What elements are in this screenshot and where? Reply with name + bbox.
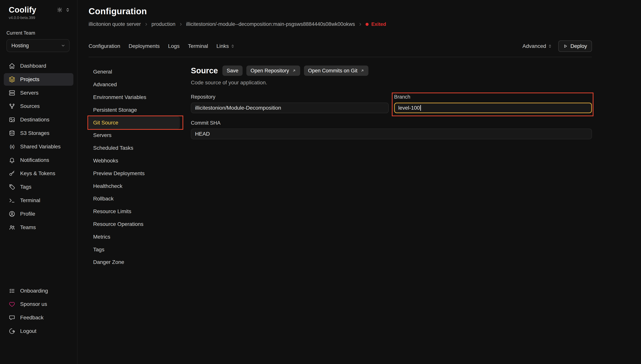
subnav-item-rollback[interactable]: Rollback [89,192,180,205]
sidebar-item-label: Projects [20,76,39,82]
variable-icon: (x) [9,144,15,149]
sidebar-item-dashboard[interactable]: Dashboard [4,60,73,72]
breadcrumb: illicitonion quote server production ill… [89,21,592,27]
destination-icon [9,116,15,123]
tab-terminal[interactable]: Terminal [188,43,208,49]
sidebar-item-label: Servers [20,90,39,96]
subnav-item-scheduled-tasks[interactable]: Scheduled Tasks [89,142,180,154]
sidebar-item-label: Logout [20,328,37,334]
open-commits-label: Open Commits on Git [308,68,358,74]
open-commits-button[interactable]: Open Commits on Git [304,66,369,76]
subnav-item-advanced[interactable]: Advanced [89,78,180,91]
open-repository-button[interactable]: Open Repository [246,66,300,76]
sidebar-item-onboarding[interactable]: Onboarding [4,284,73,297]
sidebar-item-label: Profile [20,211,35,217]
subnav-item-healthcheck[interactable]: Healthcheck [89,180,180,192]
sidebar-item-label: Terminal [20,198,40,204]
branch-field: Branch level-100 [394,94,592,113]
status-text: Exited [371,21,386,27]
sidebar-item-logout[interactable]: Logout [4,325,73,338]
sidebar-item-projects[interactable]: Projects [4,73,73,86]
bell-icon [9,157,15,164]
sidebar-nav: Dashboard Projects Servers Sources Desti… [0,60,77,284]
subnav-item-metrics[interactable]: Metrics [89,230,180,243]
chevron-down-icon [61,43,65,48]
sidebar-item-label: Tags [20,184,31,190]
external-link-icon [292,69,296,72]
commit-sha-input[interactable] [191,128,592,139]
sidebar-item-profile[interactable]: Profile [4,208,73,220]
subnav-item-resource-operations[interactable]: Resource Operations [89,218,180,231]
chevrons-up-down-icon [230,44,235,48]
git-fork-icon [9,103,15,110]
repository-label: Repository [191,94,389,100]
sidebar-item-teams[interactable]: Teams [4,221,73,234]
tab-logs[interactable]: Logs [168,43,180,49]
subnav-item-webhooks[interactable]: Webhooks [89,154,180,167]
subnav-item-persistent-storage[interactable]: Persistent Storage [89,104,180,116]
breadcrumb-project[interactable]: illicitonion quote server [89,21,141,27]
status-dot-icon [366,23,369,26]
subnav-item-git-source[interactable]: Git Source [89,116,180,129]
sidebar-item-label: S3 Storages [20,130,50,136]
subnav-item-general[interactable]: General [89,66,180,78]
sidebar-item-s3-storages[interactable]: S3 Storages [4,127,73,140]
sidebar-footer: Onboarding Sponsor us Feedback Logout [0,284,77,364]
external-link-icon [360,69,364,72]
sidebar-header: Coolify v4.0.0-beta.399 [0,0,77,20]
subnav-item-label: Git Source [93,120,118,126]
sidebar-item-shared-variables[interactable]: (x) Shared Variables [4,140,73,153]
subnav-item-danger-zone[interactable]: Danger Zone [89,256,180,269]
text-caret [420,105,421,111]
sidebar-item-tags[interactable]: Tags [4,181,73,193]
sidebar-item-notifications[interactable]: Notifications [4,154,73,166]
advanced-label: Advanced [522,43,546,49]
deploy-button[interactable]: Deploy [558,40,592,52]
sidebar-item-label: Destinations [20,117,50,123]
subnav-item-servers[interactable]: Servers [89,129,180,142]
theme-sun-icon[interactable] [57,7,62,12]
branch-label: Branch [394,94,592,100]
advanced-menu[interactable]: Advanced [522,43,552,49]
config-subnav: General Advanced Environment Variables P… [89,66,180,269]
users-icon [9,224,15,231]
team-select-value: Hosting [12,43,29,49]
server-icon [9,90,15,96]
breadcrumb-application[interactable]: illicitestonion/-module--decomposition:m… [186,21,355,27]
open-repository-label: Open Repository [251,68,289,74]
source-form: Repository Branch level-100 [191,94,592,139]
tab-links[interactable]: Links [217,43,235,49]
chevrons-up-down-icon[interactable] [65,7,70,12]
branch-input[interactable]: level-100 [394,102,592,113]
subnav-item-environment-variables[interactable]: Environment Variables [89,91,180,104]
checklist-icon [9,288,15,294]
sidebar-item-terminal[interactable]: Terminal [4,194,73,207]
sidebar-item-label: Sources [20,103,40,109]
sidebar-item-sources[interactable]: Sources [4,100,73,112]
terminal-icon [9,197,15,204]
team-select[interactable]: Hosting [7,39,70,52]
tab-configuration[interactable]: Configuration [89,43,120,49]
subnav-item-resource-limits[interactable]: Resource Limits [89,205,180,218]
sidebar-item-feedback[interactable]: Feedback [4,312,73,324]
key-icon [9,170,15,177]
subnav-item-preview-deployments[interactable]: Preview Deployments [89,167,180,180]
sidebar-item-sponsor-us[interactable]: Sponsor us [4,298,73,310]
page-title: Configuration [89,6,592,16]
sidebar-item-keys-tokens[interactable]: Keys & Tokens [4,167,73,180]
sidebar-item-servers[interactable]: Servers [4,87,73,99]
source-panel: Source Save Open Repository Open Commits… [191,66,592,269]
sidebar-item-destinations[interactable]: Destinations [4,114,73,126]
heart-icon [9,301,15,308]
layers-icon [9,76,15,83]
repository-input[interactable] [191,102,389,113]
save-button[interactable]: Save [222,66,243,76]
subnav-item-tags[interactable]: Tags [89,243,180,256]
sidebar-item-label: Feedback [20,314,44,321]
tab-deployments[interactable]: Deployments [129,43,160,49]
breadcrumb-environment[interactable]: production [152,21,176,27]
app-logo: Coolify [9,5,36,14]
database-icon [9,130,15,136]
chevron-right-icon [144,22,148,26]
chevron-right-icon [179,22,183,26]
